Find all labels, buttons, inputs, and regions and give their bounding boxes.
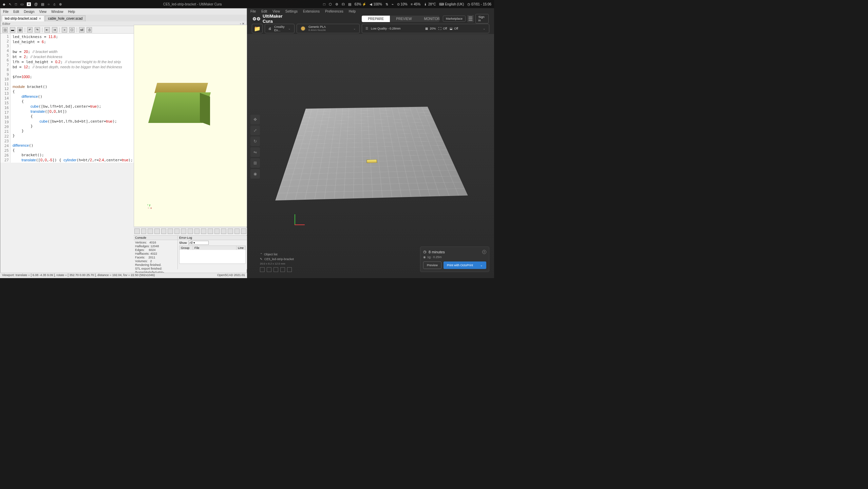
cura-menu-help[interactable]: Help	[349, 10, 356, 13]
preview-button[interactable]: »	[62, 27, 67, 33]
apps-grid-button[interactable]	[468, 15, 473, 22]
vp-btn-1[interactable]	[134, 229, 140, 234]
tray-icon-1[interactable]: □	[323, 2, 325, 6]
tab-active[interactable]: led-strip-bracket.scad ✕	[2, 15, 44, 21]
vp-btn-3[interactable]	[148, 229, 153, 234]
vp-btn-9[interactable]	[188, 229, 193, 234]
open-file-button[interactable]: 📁	[252, 24, 263, 33]
vp-btn-12[interactable]	[208, 229, 213, 234]
code-icon[interactable]: ✕	[27, 2, 31, 6]
tray-icon-3[interactable]: ⚙	[335, 2, 338, 6]
openscad-3d-viewport[interactable]: ↑ y → x	[134, 25, 247, 227]
menu-file[interactable]: File	[3, 10, 8, 14]
view-left-icon[interactable]	[280, 267, 285, 272]
move-tool[interactable]: ✥	[250, 115, 260, 124]
vp-btn-15[interactable]	[228, 229, 233, 234]
tray-icon-2[interactable]: ⬡	[329, 2, 332, 6]
vp-btn-10[interactable]	[194, 229, 200, 234]
info-icon[interactable]: i	[482, 250, 486, 254]
cura-menu-preferences[interactable]: Preferences	[325, 10, 343, 13]
tray-icon-4[interactable]: ☊	[342, 2, 345, 6]
signin-button[interactable]: Sign in	[475, 14, 489, 23]
network-icon[interactable]: ⇅	[385, 2, 388, 6]
unindent-button[interactable]: ⇤	[44, 27, 50, 33]
menu-view[interactable]: View	[39, 10, 47, 14]
view-front-icon[interactable]	[267, 267, 271, 272]
vp-btn-16[interactable]	[234, 229, 240, 234]
preview-button[interactable]: Preview	[423, 261, 441, 269]
print-button[interactable]: ⎙	[87, 27, 92, 33]
render-button[interactable]: ⬡	[69, 27, 75, 33]
cura-menu-extensions[interactable]: Extensions	[303, 10, 320, 13]
model-on-plate[interactable]	[366, 160, 377, 163]
menu-design[interactable]: Design	[24, 10, 34, 14]
language-status[interactable]: ⌨ English (UK)	[439, 2, 464, 6]
vp-btn-17[interactable]	[241, 229, 246, 234]
printer-select[interactable]: 🖨 Creality En... ⌄	[265, 24, 295, 33]
col-line[interactable]: Line	[237, 246, 245, 250]
vp-btn-11[interactable]	[201, 229, 206, 234]
export-button[interactable]: stl	[79, 27, 84, 33]
tray-icon-5[interactable]: ▤	[348, 2, 351, 6]
clock[interactable]: ◷ 07/01 - 15:06	[467, 2, 491, 6]
marketplace-button[interactable]: Marketplace	[443, 16, 466, 22]
memory-status[interactable]: ≡ 45%	[411, 2, 421, 6]
show-filter-select[interactable]: All ▾	[188, 241, 209, 245]
mesh-tool[interactable]: ⊞	[250, 158, 260, 168]
volume-status[interactable]: ◀ 100%	[370, 2, 382, 6]
save-button[interactable]: ▤	[17, 27, 23, 33]
new-button[interactable]: ◫	[2, 27, 8, 33]
col-file[interactable]: File	[193, 246, 237, 250]
col-group[interactable]: Group	[180, 246, 193, 250]
at-icon[interactable]: @	[34, 2, 38, 6]
terminal-icon[interactable]: ▤	[41, 2, 44, 6]
pointer-icon[interactable]: ↖	[9, 2, 12, 6]
vp-reset[interactable]	[168, 229, 173, 234]
object-list-item[interactable]: ✎ CE5_led-strip-bracket	[260, 257, 294, 261]
temp-status[interactable]: 🌡 28°C	[424, 2, 436, 6]
vp-btn-13[interactable]	[214, 229, 220, 234]
cpu-status[interactable]: ⊙ 10%	[397, 2, 408, 6]
redo-button[interactable]: ↷	[35, 27, 40, 33]
indent-button[interactable]: ⇥	[52, 27, 57, 33]
clipboard-icon[interactable]: □	[15, 2, 17, 6]
tab-preview[interactable]: PREVIEW	[390, 16, 418, 22]
tab-close-icon[interactable]: ✕	[39, 17, 41, 20]
support-tool[interactable]: ◉	[250, 169, 260, 179]
mirror-tool[interactable]: ⇋	[250, 147, 260, 157]
undo-button[interactable]: ↶	[27, 27, 33, 33]
print-settings-select[interactable]: ☰ Low Quality - 0.28mm ▦ 20% ⛶ Off ⬓ Off…	[362, 24, 489, 33]
cura-menu-settings[interactable]: Settings	[285, 10, 298, 13]
chat-icon[interactable]: ○	[48, 2, 50, 6]
view-top-icon[interactable]	[273, 267, 278, 272]
cura-3d-viewport[interactable]: ✥ ⤢ ↻ ⇋ ⊞ ◉ ⌃ Object list ✎ CE5_led-stri…	[247, 34, 494, 278]
menu-help[interactable]: Help	[68, 10, 75, 14]
music-icon[interactable]: ♫	[53, 2, 56, 6]
errorlog-table[interactable]: Group File Line	[179, 246, 246, 264]
rotate-tool[interactable]: ↻	[250, 137, 260, 146]
material-select[interactable]: Generic PLA 0.4mm Nozzle ⌄	[297, 24, 360, 33]
folder-icon[interactable]: ▭	[20, 2, 23, 6]
view-right-icon[interactable]	[287, 267, 292, 272]
vp-btn-7[interactable]	[174, 229, 180, 234]
scale-tool[interactable]: ⤢	[250, 126, 260, 135]
vp-btn-14[interactable]	[221, 229, 226, 234]
tab-prepare[interactable]: PREPARE	[362, 16, 390, 22]
vp-zoom-in[interactable]	[154, 229, 160, 234]
battery-status[interactable]: 63% ⚡	[355, 2, 366, 6]
vp-btn-2[interactable]	[141, 229, 147, 234]
tab-monitor[interactable]: MONITOR	[418, 16, 439, 22]
globe-icon[interactable]: ⊕	[59, 2, 62, 6]
bluetooth-icon[interactable]: ⌁	[392, 2, 394, 6]
view-3d-icon[interactable]	[260, 267, 265, 272]
app-menu-icon[interactable]: ◆	[3, 2, 5, 6]
menu-edit[interactable]: Edit	[13, 10, 19, 14]
vp-btn-8[interactable]	[181, 229, 186, 234]
cura-menu-edit[interactable]: Edit	[261, 10, 267, 13]
expand-icon[interactable]: ⌃	[260, 253, 263, 256]
menu-window[interactable]: Window	[51, 10, 63, 14]
tab-inactive[interactable]: cable_hole_cover.scad	[45, 15, 86, 21]
vp-zoom-out[interactable]	[161, 229, 167, 234]
print-button[interactable]: Print with OctoPrint ⌄	[444, 261, 486, 269]
cura-menu-view[interactable]: View	[272, 10, 280, 13]
